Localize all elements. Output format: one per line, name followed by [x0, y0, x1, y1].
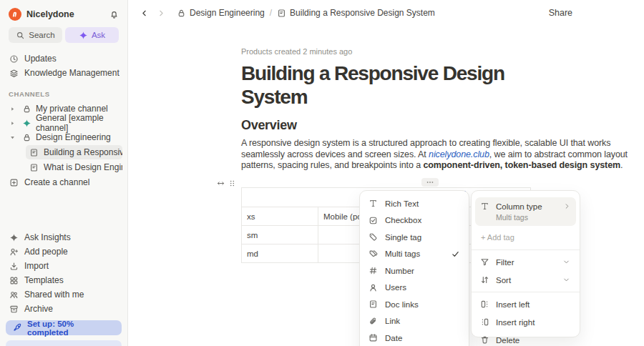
document-paragraph: A responsive design system is a structur…: [241, 138, 631, 172]
sidebar-item[interactable]: Ask Insights: [0, 230, 127, 244]
menu-item-label: Filter: [496, 258, 514, 267]
workspace-header: Nicelydone: [0, 0, 127, 21]
menu-item-label: Multi tags: [385, 249, 420, 258]
app-window: Nicelydone Search Ask Updates Knowledge …: [0, 0, 644, 346]
add-tag-button[interactable]: + Add tag: [472, 226, 580, 247]
menu-item[interactable]: Number: [360, 262, 469, 280]
hash-icon: [369, 266, 378, 275]
create-channel-label: Create a channel: [24, 177, 89, 187]
inline-link[interactable]: nicelydone.club: [429, 149, 489, 159]
setup-progress-banner[interactable]: Set up: 50% completed: [6, 320, 122, 335]
sidebar-item[interactable]: Templates: [0, 273, 127, 287]
ask-button[interactable]: Ask: [65, 27, 119, 43]
page-title: Building a Responsive Design System: [241, 61, 574, 109]
menu-item[interactable]: Doc links: [360, 296, 469, 313]
menu-item[interactable]: Users: [360, 280, 469, 297]
menu-divider: [472, 249, 580, 250]
sidebar-item-label: Add people: [24, 247, 68, 257]
menu-item[interactable]: Rich Text: [360, 195, 469, 212]
sidebar: Nicelydone Search Ask Updates Knowledge …: [0, 0, 128, 346]
table-cell[interactable]: md: [242, 244, 318, 262]
channel-label: Design Engineering: [36, 132, 111, 142]
menu-item-label: Insert left: [496, 300, 530, 309]
menu-item[interactable]: Date: [360, 330, 469, 346]
top-bar: Design Engineering / Building a Responsi…: [129, 0, 644, 26]
table-header-cell[interactable]: [247, 188, 252, 207]
caret-right-icon[interactable]: [7, 106, 17, 112]
caret-right-icon[interactable]: [7, 120, 17, 127]
paperclip-icon: [369, 317, 378, 326]
menu-item-label: Number: [385, 267, 414, 275]
sidebar-item[interactable]: Knowledge Management: [0, 66, 127, 80]
menu-item[interactable]: Checkbox: [360, 212, 469, 229]
menu-item[interactable]: Delete: [472, 331, 580, 346]
sidebar-item[interactable]: Archive: [0, 302, 127, 316]
sidebar-item[interactable]: Add people: [0, 244, 127, 259]
menu-item[interactable]: Single tag: [360, 229, 469, 246]
column-options-menu: Column type Multi tags + Add tag Filter …: [471, 190, 580, 337]
tags-icon: [369, 249, 378, 259]
sparkle-icon: [9, 233, 19, 242]
menu-item[interactable]: Sort: [472, 271, 580, 289]
menu-item[interactable]: Filter: [472, 253, 580, 271]
search-button[interactable]: Search: [9, 27, 62, 43]
archive-icon: [9, 305, 19, 314]
table-cell[interactable]: sm: [242, 226, 318, 244]
section-heading: Overview: [241, 118, 642, 133]
resize-handle[interactable]: [217, 179, 225, 187]
sidebar-item[interactable]: Import: [0, 259, 127, 273]
menu-item[interactable]: Insert left: [472, 295, 580, 313]
sidebar-doc[interactable]: Building a Responsive De...: [26, 145, 122, 159]
menu-item-label: Date: [385, 334, 402, 342]
chevron-down-icon: [562, 258, 571, 266]
sidebar-channel[interactable]: Design Engineering: [0, 130, 127, 144]
channel-list: My private channel General [example chan…: [0, 102, 127, 144]
menu-divider: [472, 292, 580, 292]
workspace-logo[interactable]: [9, 8, 21, 21]
menu-item-label: Checkbox: [385, 216, 421, 224]
sidebar-item[interactable]: Shared with me: [0, 287, 127, 302]
sidebar-actions: Search Ask: [0, 27, 127, 43]
sidebar-channel[interactable]: General [example channel]: [0, 116, 127, 130]
sidebar-item[interactable]: Updates: [0, 51, 127, 66]
sidebar-item-label: Ask Insights: [24, 232, 71, 242]
doc-icon: [369, 300, 378, 309]
doc-label: Building a Responsive De...: [44, 147, 122, 157]
search-label: Search: [29, 31, 54, 39]
channels-heading: CHANNELS: [0, 90, 127, 99]
bell-icon[interactable]: [109, 10, 119, 19]
column-type-label: Column type: [496, 202, 542, 211]
sidebar-item-label: Templates: [24, 275, 64, 285]
forward-button[interactable]: [155, 9, 167, 18]
table-more-button[interactable]: [421, 178, 439, 187]
share-button[interactable]: Share: [549, 8, 572, 18]
clipped-banner[interactable]: [6, 340, 122, 346]
column-type-item[interactable]: Column type Multi tags: [475, 197, 576, 226]
funnel-icon: [480, 257, 489, 267]
sidebar-item-label: Import: [24, 261, 49, 271]
grid-icon: [9, 276, 19, 285]
caret-down-icon[interactable]: [7, 134, 17, 141]
setup-progress-label: Set up: 50% completed: [27, 320, 114, 337]
menu-item[interactable]: Link: [360, 313, 469, 330]
table-cell[interactable]: xs: [242, 207, 318, 225]
workspace-name[interactable]: Nicelydone: [26, 9, 74, 19]
document-meta: Products created 2 minutes ago: [241, 47, 642, 56]
back-button[interactable]: [138, 9, 150, 18]
check-icon: [451, 249, 460, 259]
bold-text: component-driven, token-based design sys…: [423, 160, 620, 170]
create-channel-button[interactable]: Create a channel: [0, 175, 127, 189]
breadcrumb-document[interactable]: Building a Responsive Design System: [277, 8, 435, 18]
menu-item[interactable]: Multi tags: [360, 246, 469, 263]
sidebar-doc[interactable]: What is Design Engineerin...: [26, 160, 122, 174]
plus-square-icon: [9, 178, 19, 187]
breadcrumb-channel[interactable]: Design Engineering: [177, 8, 265, 18]
paragraph-text: .: [620, 160, 623, 170]
table-header-cell[interactable]: [242, 188, 247, 207]
doc-icon: [29, 148, 39, 157]
sidebar-item-label: Shared with me: [24, 290, 84, 300]
drag-handle[interactable]: [228, 179, 236, 187]
chevron-right-icon: [563, 202, 571, 210]
menu-item[interactable]: Insert right: [472, 313, 580, 331]
menu-item-label: Single tag: [385, 233, 421, 242]
